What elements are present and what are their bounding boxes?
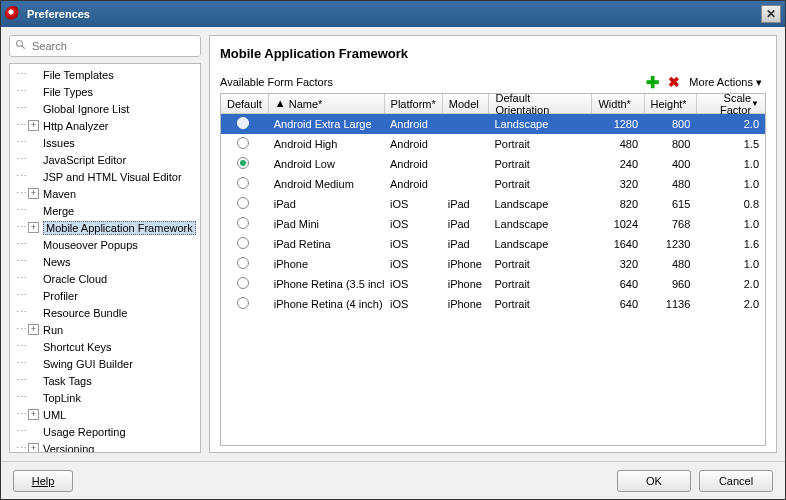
cell-width: 480 <box>592 138 644 150</box>
cell-platform: Android <box>384 138 442 150</box>
cell-scale: 1.0 <box>696 218 765 230</box>
default-radio[interactable] <box>237 217 249 229</box>
expand-icon[interactable]: + <box>28 443 39 453</box>
tree-item[interactable]: ⋯+UML <box>10 406 200 423</box>
cell-height: 615 <box>644 198 696 210</box>
cell-height: 1136 <box>644 298 696 310</box>
table-row[interactable]: Android HighAndroidPortrait4808001.5 <box>221 134 765 154</box>
tree-item-label: Task Tags <box>43 375 92 387</box>
tree-item[interactable]: ⋯+Run <box>10 321 200 338</box>
default-radio[interactable] <box>237 277 249 289</box>
expand-icon[interactable]: + <box>28 409 39 420</box>
close-icon: ✕ <box>766 7 776 21</box>
tree-item[interactable]: ⋯JSP and HTML Visual Editor <box>10 168 200 185</box>
table-row[interactable]: iPadiOSiPadLandscape8206150.8 <box>221 194 765 214</box>
close-button[interactable]: ✕ <box>761 5 781 23</box>
tree-item[interactable]: ⋯Mouseover Popups <box>10 236 200 253</box>
expand-icon <box>28 239 39 250</box>
col-model[interactable]: Model <box>443 94 490 113</box>
table-row[interactable]: iPhone Retina (4 inch)iOSiPhonePortrait6… <box>221 294 765 314</box>
col-default[interactable]: Default <box>221 94 269 113</box>
delete-button[interactable]: ✖ <box>665 73 683 91</box>
cell-width: 1024 <box>592 218 644 230</box>
tree-item[interactable]: ⋯File Templates <box>10 66 200 83</box>
tree-item[interactable]: ⋯JavaScript Editor <box>10 151 200 168</box>
default-radio[interactable] <box>237 157 249 169</box>
cell-scale: 2.0 <box>696 298 765 310</box>
cell-height: 960 <box>644 278 696 290</box>
preferences-tree[interactable]: ⋯File Templates⋯File Types⋯Global Ignore… <box>9 63 201 453</box>
x-icon: ✖ <box>668 74 680 90</box>
tree-item[interactable]: ⋯Merge <box>10 202 200 219</box>
table-body: Android Extra LargeAndroidLandscape12808… <box>221 114 765 314</box>
search-input[interactable] <box>9 35 201 57</box>
help-button[interactable]: Help <box>13 470 73 492</box>
cell-height: 800 <box>644 118 696 130</box>
titlebar: Preferences ✕ <box>1 1 785 27</box>
tree-item[interactable]: ⋯Swing GUI Builder <box>10 355 200 372</box>
table-row[interactable]: iPhoneiOSiPhonePortrait3204801.0 <box>221 254 765 274</box>
cancel-button[interactable]: Cancel <box>699 470 773 492</box>
tree-item[interactable]: ⋯+Maven <box>10 185 200 202</box>
cell-platform: iOS <box>384 258 442 270</box>
col-orientation[interactable]: Default Orientation <box>489 94 592 113</box>
col-name[interactable]: ▲Name* <box>269 94 385 113</box>
col-width[interactable]: Width* <box>592 94 644 113</box>
default-radio[interactable] <box>237 117 249 129</box>
cell-scale: 1.0 <box>696 258 765 270</box>
default-radio[interactable] <box>237 137 249 149</box>
expand-icon[interactable]: + <box>28 120 39 131</box>
tree-item[interactable]: ⋯Task Tags <box>10 372 200 389</box>
col-scale[interactable]: Scale Factor▼ <box>697 94 765 113</box>
add-button[interactable]: ✚ <box>643 73 661 91</box>
table-row[interactable]: iPhone Retina (3.5 inch)iOSiPhonePortrai… <box>221 274 765 294</box>
table-row[interactable]: iPad MiniiOSiPadLandscape10247681.0 <box>221 214 765 234</box>
cell-name: iPhone Retina (4 inch) <box>268 298 384 310</box>
table-row[interactable]: Android MediumAndroidPortrait3204801.0 <box>221 174 765 194</box>
tree-item[interactable]: ⋯+Versioning <box>10 440 200 453</box>
expand-icon[interactable]: + <box>28 324 39 335</box>
tree-item[interactable]: ⋯Issues <box>10 134 200 151</box>
table-row[interactable]: Android Extra LargeAndroidLandscape12808… <box>221 114 765 134</box>
tree-item[interactable]: ⋯Global Ignore List <box>10 100 200 117</box>
cell-orientation: Landscape <box>488 238 591 250</box>
default-radio[interactable] <box>237 177 249 189</box>
expand-icon <box>28 290 39 301</box>
default-radio[interactable] <box>237 237 249 249</box>
default-radio[interactable] <box>237 197 249 209</box>
tree-item[interactable]: ⋯Oracle Cloud <box>10 270 200 287</box>
cell-name: iPad <box>268 198 384 210</box>
tree-item-label: Mobile Application Framework <box>43 221 196 235</box>
tree-item-label: News <box>43 256 71 268</box>
table-row[interactable]: Android LowAndroidPortrait2404001.0 <box>221 154 765 174</box>
tree-item[interactable]: ⋯Resource Bundle <box>10 304 200 321</box>
expand-icon[interactable]: + <box>28 188 39 199</box>
expand-icon <box>28 358 39 369</box>
default-radio[interactable] <box>237 297 249 309</box>
col-platform[interactable]: Platform* <box>385 94 443 113</box>
more-actions-menu[interactable]: More Actions ▾ <box>685 76 766 89</box>
default-radio[interactable] <box>237 257 249 269</box>
tree-item-label: Oracle Cloud <box>43 273 107 285</box>
expand-icon <box>28 171 39 182</box>
col-height[interactable]: Height* <box>645 94 697 113</box>
cell-width: 820 <box>592 198 644 210</box>
cell-scale: 2.0 <box>696 278 765 290</box>
cell-model: iPhone <box>442 298 489 310</box>
tree-item[interactable]: ⋯+Http Analyzer <box>10 117 200 134</box>
ok-button[interactable]: OK <box>617 470 691 492</box>
tree-item[interactable]: ⋯File Types <box>10 83 200 100</box>
svg-line-1 <box>22 46 25 49</box>
tree-item[interactable]: ⋯Profiler <box>10 287 200 304</box>
cell-platform: iOS <box>384 298 442 310</box>
tree-item[interactable]: ⋯+Mobile Application Framework <box>10 219 200 236</box>
tree-item[interactable]: ⋯Shortcut Keys <box>10 338 200 355</box>
table-row[interactable]: iPad RetinaiOSiPadLandscape164012301.6 <box>221 234 765 254</box>
page-title: Mobile Application Framework <box>220 46 766 61</box>
cell-orientation: Portrait <box>488 138 591 150</box>
expand-icon <box>28 256 39 267</box>
tree-item[interactable]: ⋯News <box>10 253 200 270</box>
tree-item[interactable]: ⋯TopLink <box>10 389 200 406</box>
tree-item[interactable]: ⋯Usage Reporting <box>10 423 200 440</box>
expand-icon[interactable]: + <box>28 222 39 233</box>
